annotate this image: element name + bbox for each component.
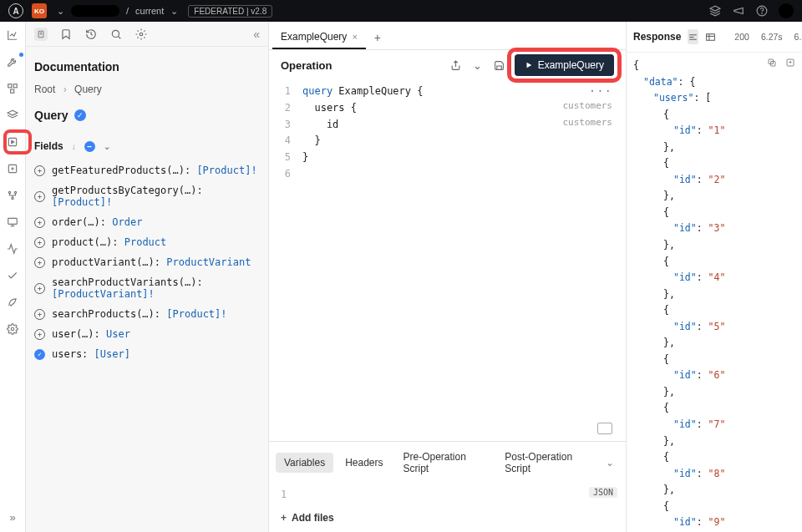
chevron-down-icon[interactable]: ⌄: [170, 6, 178, 17]
keyboard-icon[interactable]: [597, 423, 612, 434]
field-name: getFeaturedProducts(…):: [52, 165, 196, 176]
variant-selector[interactable]: current: [135, 6, 164, 16]
nav-launch-icon[interactable]: [6, 296, 19, 309]
response-size: 6.3KB: [794, 32, 802, 42]
field-add-icon[interactable]: +: [34, 237, 45, 248]
field-add-icon[interactable]: +: [34, 329, 45, 340]
field-name: users:: [52, 348, 94, 360]
run-query-button[interactable]: ExampleQuery: [515, 54, 614, 76]
chevron-down-icon[interactable]: ⌄: [57, 6, 64, 17]
operation-title: Operation: [281, 59, 441, 72]
field-row[interactable]: +searchProducts(…): [Product]!: [34, 304, 260, 324]
query-heading: Query: [34, 109, 68, 122]
nav-explorer-icon[interactable]: [6, 135, 19, 149]
tab-post-script[interactable]: Post-Operation Script: [496, 447, 599, 479]
announce-icon[interactable]: [732, 4, 745, 18]
history-icon[interactable]: [84, 28, 98, 41]
field-add-icon[interactable]: +: [34, 257, 45, 268]
close-tab-icon[interactable]: ×: [352, 32, 357, 42]
collapse-bottom-icon[interactable]: ⌄: [606, 457, 619, 469]
field-add-icon[interactable]: +: [34, 217, 45, 228]
nav-save-icon[interactable]: [6, 162, 19, 175]
field-type[interactable]: [Product]!: [196, 165, 256, 176]
field-row[interactable]: +getProductsByCategory(…): [Product]!: [34, 180, 260, 212]
response-body[interactable]: { "data": { "users": [ {"id": "1"},{"id"…: [627, 52, 802, 532]
field-row[interactable]: +productVariant(…): ProductVariant: [34, 252, 260, 272]
crumb-root[interactable]: Root: [34, 84, 55, 95]
field-add-icon[interactable]: +: [34, 165, 45, 176]
copy-response-icon[interactable]: [767, 58, 777, 68]
layers-icon[interactable]: [708, 4, 722, 18]
nav-check-icon[interactable]: [6, 269, 19, 282]
field-row[interactable]: +getFeaturedProducts(…): [Product]!: [34, 160, 260, 180]
new-tab-button[interactable]: +: [366, 26, 389, 49]
nav-desktop-icon[interactable]: [6, 215, 19, 229]
deselect-all-icon[interactable]: −: [84, 141, 95, 152]
variables-editor[interactable]: 1 JSON: [269, 484, 626, 507]
field-type[interactable]: User: [106, 328, 130, 340]
breadcrumb: Root › Query: [34, 84, 260, 95]
user-avatar[interactable]: [779, 3, 794, 18]
field-type[interactable]: Order: [112, 216, 142, 228]
field-row[interactable]: +searchProductVariants(…): [ProductVaria…: [34, 272, 260, 304]
nav-schema-icon[interactable]: [6, 82, 19, 95]
tab-variables[interactable]: Variables: [276, 453, 333, 473]
field-type[interactable]: ProductVariant: [166, 256, 251, 268]
add-files-button[interactable]: +Add files: [269, 507, 626, 532]
share-icon[interactable]: [449, 58, 463, 72]
search-icon[interactable]: [109, 28, 123, 41]
response-status: 200: [734, 32, 749, 42]
field-list: +getFeaturedProducts(…): [Product]!+getP…: [34, 160, 260, 364]
nav-layers-icon[interactable]: [6, 109, 19, 122]
documentation-panel: « Documentation Root › Query Query ✓ Fie…: [26, 22, 268, 532]
field-add-icon[interactable]: +: [34, 309, 45, 320]
tab-headers[interactable]: Headers: [337, 453, 391, 473]
field-type[interactable]: [Product]!: [52, 196, 112, 208]
svg-point-18: [11, 327, 14, 331]
field-name: order(…):: [52, 216, 112, 228]
nav-settings-icon[interactable]: [6, 322, 19, 336]
help-icon[interactable]: [755, 4, 769, 18]
response-view-table-icon[interactable]: [705, 29, 716, 44]
response-view-json-icon[interactable]: [688, 29, 698, 44]
field-type[interactable]: [ProductVariant]!: [52, 288, 155, 300]
tab-pre-script[interactable]: Pre-Operation Script: [395, 447, 494, 479]
field-name: searchProductVariants(…):: [52, 276, 203, 288]
nav-expand-icon[interactable]: »: [6, 510, 19, 524]
download-response-icon[interactable]: [785, 58, 795, 68]
response-panel: Response 200 6.27s 6.3KB { "data": { "us…: [627, 22, 802, 532]
field-row[interactable]: ✓users: [User]: [34, 344, 260, 364]
field-selected-icon[interactable]: ✓: [34, 349, 45, 360]
field-type[interactable]: Product: [124, 236, 167, 248]
nav-activity-icon[interactable]: [6, 242, 19, 256]
collapse-panel-icon[interactable]: «: [253, 28, 260, 41]
nav-connectors-icon[interactable]: [6, 189, 19, 202]
bookmark-icon[interactable]: [59, 28, 73, 41]
code-editor[interactable]: 123456 query ExampleQuery { users { id }…: [269, 80, 626, 441]
crumb-query[interactable]: Query: [74, 84, 102, 95]
chevron-down-icon[interactable]: ⌄: [471, 58, 485, 72]
field-type[interactable]: [Product]!: [166, 308, 226, 320]
apollo-logo[interactable]: A: [8, 3, 23, 18]
chevron-down-icon[interactable]: ⌄: [104, 142, 110, 151]
nav-tools-icon[interactable]: [6, 55, 19, 68]
svg-marker-8: [12, 140, 14, 144]
svg-rect-5: [11, 89, 14, 93]
svg-line-23: [118, 36, 120, 38]
save-icon[interactable]: [493, 58, 506, 72]
field-row[interactable]: +user(…): User: [34, 324, 260, 344]
gear-icon[interactable]: [135, 28, 148, 41]
field-add-icon[interactable]: +: [34, 283, 45, 294]
nav-insights-icon[interactable]: [6, 28, 19, 42]
org-badge[interactable]: KO: [32, 3, 47, 18]
graph-name-redacted[interactable]: [71, 5, 119, 17]
field-add-icon[interactable]: +: [34, 191, 45, 202]
tab-example-query[interactable]: ExampleQuery ×: [272, 24, 366, 49]
field-row[interactable]: +order(…): Order: [34, 212, 260, 232]
sort-icon[interactable]: ↓: [72, 142, 76, 151]
topbar: A KO ⌄ / current ⌄ FEDERATED | v2.8: [0, 0, 802, 22]
query-check-icon: ✓: [74, 109, 86, 121]
field-row[interactable]: +product(…): Product: [34, 232, 260, 252]
doc-tab-docs-icon[interactable]: [34, 28, 48, 41]
field-type[interactable]: [User]: [94, 348, 130, 360]
